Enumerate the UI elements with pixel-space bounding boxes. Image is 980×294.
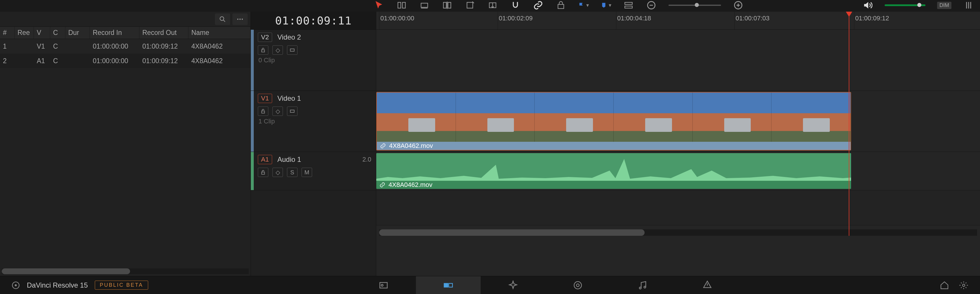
timeline-ruler[interactable]: 01:00:00:0001:00:02:0901:00:04:1801:00:0… bbox=[376, 12, 980, 29]
link-icon[interactable] bbox=[533, 0, 544, 11]
page-deliver[interactable] bbox=[675, 276, 740, 294]
svg-rect-19 bbox=[290, 110, 294, 112]
bottom-bar: DaVinci Resolve 15 PUBLIC BETA bbox=[0, 276, 980, 294]
app-logo-icon bbox=[12, 281, 20, 289]
track-clip-count: 0 Clip bbox=[251, 57, 376, 64]
audio-clip[interactable]: 4X8A0462.mov bbox=[376, 153, 851, 189]
video-clip[interactable]: 4X8A0462.mov bbox=[376, 92, 851, 150]
page-fairlight[interactable] bbox=[610, 276, 675, 294]
timeline-view-options-icon[interactable] bbox=[623, 0, 634, 11]
lane-a1[interactable]: 4X8A0462.mov bbox=[376, 152, 980, 190]
track-tag-v2[interactable]: V2 bbox=[258, 33, 272, 42]
selection-tool-icon[interactable] bbox=[373, 0, 384, 11]
col-record-in[interactable]: Record In bbox=[90, 27, 139, 39]
table-row[interactable]: 1V1C01:00:00:0001:00:09:124X8A0462 bbox=[0, 39, 251, 54]
timeline-lanes[interactable]: 4X8A0462.mov 4X8A0462.mov bbox=[376, 30, 980, 276]
col-name[interactable]: Name bbox=[188, 27, 251, 39]
lane-v1[interactable]: 4X8A0462.mov bbox=[376, 91, 980, 152]
waveform bbox=[376, 153, 851, 181]
svg-rect-26 bbox=[444, 283, 448, 287]
clip-name: 4X8A0462.mov bbox=[388, 181, 432, 189]
meters-icon[interactable] bbox=[963, 0, 974, 11]
options-button[interactable] bbox=[232, 13, 248, 25]
lock-icon[interactable] bbox=[258, 168, 268, 177]
lock-icon[interactable] bbox=[258, 106, 268, 116]
chevron-down-icon: ▾ bbox=[609, 2, 611, 8]
svg-rect-20 bbox=[262, 172, 264, 174]
solo-button[interactable]: S bbox=[287, 168, 298, 177]
table-header: # Ree V C Dur Record In Record Out Name bbox=[0, 27, 251, 39]
marker-dropdown[interactable]: ▾ bbox=[601, 2, 611, 8]
app-name: DaVinci Resolve 15 bbox=[27, 281, 88, 289]
svg-point-32 bbox=[963, 284, 965, 286]
timeline-horizontal-scrollbar[interactable] bbox=[379, 229, 977, 236]
track-level: 2.0 bbox=[362, 156, 371, 163]
replace-clip-icon[interactable] bbox=[487, 0, 498, 11]
col-c[interactable]: C bbox=[50, 27, 65, 39]
svg-point-15 bbox=[242, 18, 243, 19]
svg-point-13 bbox=[237, 18, 238, 19]
timecode-display[interactable]: 01:00:09:11 bbox=[251, 12, 376, 29]
svg-rect-1 bbox=[402, 2, 406, 8]
lock-icon[interactable] bbox=[258, 46, 268, 55]
svg-point-30 bbox=[640, 287, 641, 289]
track-header-a1[interactable]: A1Audio 12.0 ◇ S M bbox=[251, 152, 376, 190]
volume-slider[interactable] bbox=[885, 4, 926, 6]
svg-point-23 bbox=[15, 284, 17, 286]
zoom-out-icon[interactable] bbox=[646, 0, 657, 11]
search-button[interactable] bbox=[215, 13, 230, 25]
auto-select-icon[interactable]: ◇ bbox=[272, 46, 283, 55]
track-tag-v1[interactable]: V1 bbox=[258, 94, 272, 103]
svg-rect-16 bbox=[262, 50, 264, 52]
panel-horizontal-scrollbar[interactable] bbox=[2, 269, 249, 274]
col-dur[interactable]: Dur bbox=[65, 27, 90, 39]
svg-point-12 bbox=[220, 17, 224, 21]
overwrite-clip-icon[interactable] bbox=[465, 0, 476, 11]
ruler-tick: 01:00:07:03 bbox=[736, 14, 769, 22]
svg-rect-7 bbox=[558, 4, 564, 8]
mute-button[interactable]: M bbox=[302, 168, 312, 177]
col-v[interactable]: V bbox=[34, 27, 50, 39]
link-icon bbox=[380, 143, 386, 149]
svg-rect-3 bbox=[443, 2, 446, 8]
svg-point-25 bbox=[381, 284, 383, 286]
track-header-v1[interactable]: V1Video 1 ◇ 1 Clip bbox=[251, 91, 376, 152]
track-header-v2[interactable]: V2Video 2 ◇ 0 Clip bbox=[251, 30, 376, 91]
disable-video-icon[interactable] bbox=[287, 106, 298, 116]
col-reel[interactable]: Ree bbox=[14, 27, 34, 39]
flag-dropdown[interactable]: ▾ bbox=[578, 2, 589, 8]
zoom-slider[interactable] bbox=[668, 5, 721, 6]
home-icon[interactable] bbox=[940, 281, 949, 290]
page-color[interactable] bbox=[546, 276, 610, 294]
lane-v2[interactable] bbox=[376, 30, 980, 91]
disable-video-icon[interactable] bbox=[287, 46, 298, 55]
beta-badge: PUBLIC BETA bbox=[95, 281, 148, 290]
volume-icon[interactable] bbox=[862, 0, 873, 11]
svg-rect-2 bbox=[421, 3, 428, 7]
table-row[interactable]: 2A1C01:00:00:0001:00:09:124X8A0462 bbox=[0, 54, 251, 68]
dim-button[interactable]: DIM bbox=[937, 2, 951, 9]
insert-clip-icon[interactable] bbox=[442, 0, 453, 11]
track-tag-a1[interactable]: A1 bbox=[258, 155, 272, 164]
auto-select-icon[interactable]: ◇ bbox=[272, 168, 283, 177]
blade-tool-icon[interactable] bbox=[396, 0, 407, 11]
page-media[interactable] bbox=[351, 276, 416, 294]
playhead[interactable] bbox=[849, 12, 850, 236]
page-edit[interactable] bbox=[416, 276, 480, 294]
zoom-in-icon[interactable] bbox=[733, 0, 744, 11]
page-fusion[interactable] bbox=[480, 276, 546, 294]
svg-rect-4 bbox=[448, 2, 451, 8]
svg-point-29 bbox=[576, 284, 579, 287]
col-number[interactable]: # bbox=[0, 27, 14, 39]
ruler-tick: 01:00:09:12 bbox=[855, 14, 889, 22]
snap-icon[interactable] bbox=[510, 0, 521, 11]
edit-index-panel: # Ree V C Dur Record In Record Out Name … bbox=[0, 12, 251, 276]
lane-empty bbox=[376, 190, 980, 225]
col-record-out[interactable]: Record Out bbox=[139, 27, 188, 39]
settings-icon[interactable] bbox=[959, 281, 968, 290]
position-lock-icon[interactable] bbox=[555, 0, 566, 11]
trim-tool-icon[interactable] bbox=[419, 0, 430, 11]
svg-rect-27 bbox=[449, 283, 453, 287]
auto-select-icon[interactable]: ◇ bbox=[272, 106, 283, 116]
timeline-panel: 01:00:09:11 01:00:00:0001:00:02:0901:00:… bbox=[251, 12, 980, 276]
